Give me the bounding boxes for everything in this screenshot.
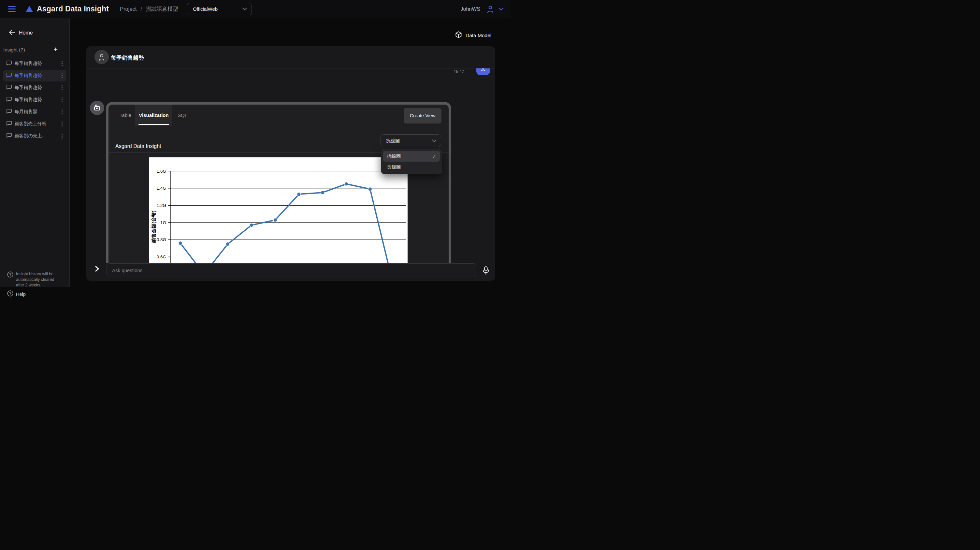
hamburger-menu-icon[interactable] [8, 6, 16, 12]
breadcrumb-separator: / [140, 6, 142, 12]
tab-table[interactable]: Table [113, 105, 138, 126]
chat-bubble-icon [6, 60, 12, 67]
ask-question-input[interactable] [107, 263, 476, 277]
chat-bubble-icon [6, 121, 12, 127]
tabs-divider [108, 126, 449, 126]
sidebar-item-label: 每季銷售趨勢 [15, 60, 42, 67]
chat-title: 每季銷售趨勢 [111, 54, 144, 62]
workspace-selector[interactable]: OfficialWeb [187, 3, 252, 15]
chart-type-option-line[interactable]: 折線圖 ✓ [383, 151, 440, 162]
account-chevron-down-icon[interactable] [498, 8, 504, 11]
cube-icon [455, 31, 461, 40]
top-bar: Asgard Data Insight Project / 測試語意模型 Off… [0, 0, 511, 18]
assistant-robot-avatar [90, 101, 104, 115]
tab-visualization[interactable]: Visualization [135, 105, 172, 126]
user-profile-icon[interactable] [487, 5, 494, 13]
tab-sql[interactable]: SQL [172, 105, 192, 126]
home-label: Home [19, 30, 33, 36]
chat-bubble-icon [6, 97, 12, 103]
breadcrumb-section[interactable]: Project [120, 6, 137, 12]
sidebar-item-label: 顧客別売上分析 [15, 121, 46, 127]
sidebar: Home Insight (7) + 每季銷售趨勢 每季銷售趨勢 每季銷售趨勢 … [0, 18, 70, 287]
chat-panel: 每季銷售趨勢 15:47 文 Table Visualization SQL C… [86, 46, 495, 281]
data-model-button[interactable]: Data Model [455, 31, 491, 40]
sidebar-item-4[interactable]: 每月銷售額 [3, 106, 67, 118]
sidebar-item-5[interactable]: 顧客別売上分析 [3, 118, 67, 130]
message-timestamp: 15:47 [454, 69, 464, 74]
app-logo-triangle-icon [26, 6, 33, 12]
sidebar-item-label: 每月銷售額 [15, 109, 37, 115]
sidebar-item-label: 每季銷售趨勢 [15, 97, 42, 103]
svg-text:1.4G: 1.4G [157, 186, 166, 191]
check-icon: ✓ [432, 153, 436, 159]
chart-type-selected-value: 折線圖 [386, 138, 400, 144]
item-menu-kebab-icon[interactable] [62, 63, 62, 64]
chat-bubble-icon [6, 108, 12, 115]
sidebar-item-0[interactable]: 每季銷售趨勢 [3, 58, 67, 69]
chart-panel-title: Asgard Data Insight [115, 143, 161, 149]
insight-count-header: Insight (7) [3, 47, 25, 52]
info-question-circle-icon: ? [7, 272, 13, 287]
sidebar-item-6[interactable]: 顧客別の売上... [3, 130, 67, 142]
chart-type-dropdown-menu: 折線圖 ✓ 長條圖 ✓ [381, 149, 442, 174]
svg-text:1.6G: 1.6G [157, 169, 166, 174]
chat-bubble-icon [6, 84, 12, 91]
back-arrow-icon [9, 30, 15, 36]
message-area: 15:47 文 Table Visualization SQL Create V… [86, 68, 495, 263]
assistant-message-card: Table Visualization SQL Create View Asga… [106, 102, 451, 263]
item-menu-kebab-icon[interactable] [62, 135, 62, 137]
chevron-down-icon [432, 140, 436, 142]
create-view-button[interactable]: Create View [404, 108, 441, 124]
option-label: 長條圖 [387, 164, 401, 170]
history-note: Insight history will be automatically cl… [16, 272, 59, 287]
user-message-bubble-clipped: 文 [476, 68, 490, 75]
breadcrumb-page[interactable]: 測試語意模型 [146, 6, 178, 13]
user-message-fragment: 文 [481, 68, 486, 75]
expand-chevron-right-icon[interactable] [94, 266, 100, 273]
svg-text:銷售金額(台幣): 銷售金額(台幣) [151, 210, 157, 243]
option-label: 折線圖 [387, 153, 401, 159]
svg-text:0.6G: 0.6G [157, 254, 166, 259]
workspace-selected-value: OfficialWeb [193, 6, 218, 12]
chevron-down-icon [229, 8, 247, 10]
line-chart: 1.6G1.4G1.2G1G0.8G0.6G0.4G銷售金額(台幣) [149, 157, 407, 263]
sidebar-item-3[interactable]: 每季銷售趨勢 [3, 94, 67, 106]
item-menu-kebab-icon[interactable] [62, 87, 62, 88]
new-insight-button[interactable]: + [53, 46, 58, 53]
username-label: JohnWS [461, 6, 480, 12]
svg-text:1G: 1G [160, 220, 166, 225]
svg-text:0.8G: 0.8G [157, 237, 166, 242]
sidebar-item-1[interactable]: 每季銷售趨勢 [3, 70, 67, 81]
item-menu-kebab-icon[interactable] [62, 99, 62, 100]
sidebar-item-label: 每季銷售趨勢 [15, 85, 42, 91]
item-menu-kebab-icon[interactable] [62, 111, 62, 113]
chart-plot-area: 1.6G1.4G1.2G1G0.8G0.6G0.4G銷售金額(台幣) [149, 157, 407, 263]
sidebar-item-2[interactable]: 每季銷售趨勢 [3, 82, 67, 94]
svg-text:?: ? [9, 272, 11, 276]
svg-text:1.2G: 1.2G [157, 203, 166, 208]
data-model-label: Data Model [466, 33, 491, 38]
chart-type-option-bar[interactable]: 長條圖 ✓ [383, 162, 440, 172]
home-back-button[interactable]: Home [9, 30, 69, 36]
chat-bubble-icon [6, 72, 12, 79]
microphone-icon[interactable] [481, 265, 491, 277]
item-menu-kebab-icon[interactable] [62, 75, 62, 76]
sidebar-item-label: 顧客別の売上... [15, 133, 46, 139]
app-title: Asgard Data Insight [37, 5, 109, 13]
result-tabs: Table Visualization SQL Create View [108, 105, 449, 126]
chat-header: 每季銷售趨勢 [86, 46, 495, 68]
sidebar-item-label: 每季銷售趨勢 [15, 73, 42, 78]
item-menu-kebab-icon[interactable] [62, 124, 62, 124]
avatar [94, 50, 109, 64]
chat-bubble-icon [6, 133, 12, 140]
chart-type-select[interactable]: 折線圖 [380, 134, 441, 147]
